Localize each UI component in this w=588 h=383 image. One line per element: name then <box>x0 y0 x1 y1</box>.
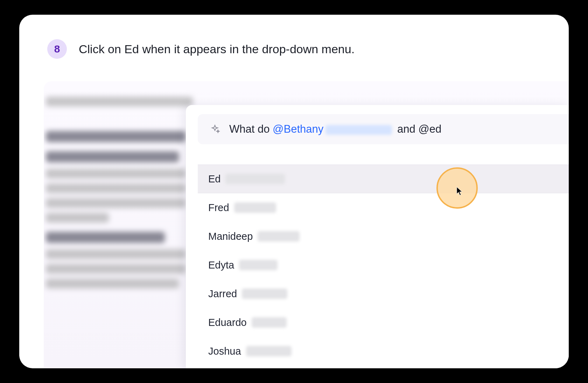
dropdown-item-name: Jarred <box>208 288 237 300</box>
dropdown-item-edyta[interactable]: Edyta <box>198 251 569 279</box>
dropdown-item-eduardo[interactable]: Eduardo <box>198 308 569 337</box>
dropdown-item-name: Ed <box>208 173 220 185</box>
dropdown-item-name: Edyta <box>208 259 234 271</box>
dropdown-item-surname-redacted <box>242 288 287 299</box>
dropdown-item-surname-redacted <box>234 202 276 213</box>
sparkle-icon <box>210 124 220 134</box>
step-header: 8 Click on Ed when it appears in the dro… <box>47 39 355 59</box>
dropdown-item-surname-redacted <box>258 231 300 242</box>
tutorial-step-card: 8 Click on Ed when it appears in the dro… <box>19 15 569 368</box>
dropdown-item-surname-redacted <box>246 346 292 356</box>
dropdown-item-manideep[interactable]: Manideep <box>198 222 569 251</box>
mention-dropdown: EdFredManideepEdytaJarredEduardoJoshua <box>198 165 569 365</box>
mention-bethany[interactable]: @Bethany <box>273 123 323 135</box>
dropdown-item-name: Manideep <box>208 231 253 242</box>
dropdown-item-name: Fred <box>208 202 229 214</box>
screenshot-area: What do @Bethany and @ed EdFredManideepE… <box>44 81 569 368</box>
query-input[interactable]: What do @Bethany and @ed <box>198 114 569 144</box>
query-prefix: What do <box>229 123 273 135</box>
dropdown-item-name: Eduardo <box>208 317 247 328</box>
dropdown-item-surname-redacted <box>239 260 278 270</box>
dropdown-item-jarred[interactable]: Jarred <box>198 279 569 308</box>
dropdown-item-surname-redacted <box>225 174 285 184</box>
mention-popup: What do @Bethany and @ed EdFredManideepE… <box>186 105 569 368</box>
step-number-badge: 8 <box>47 39 67 59</box>
dropdown-item-name: Joshua <box>208 346 241 357</box>
query-suffix: and @ed <box>394 123 441 135</box>
dropdown-item-fred[interactable]: Fred <box>198 193 569 222</box>
dropdown-item-joshua[interactable]: Joshua <box>198 337 569 365</box>
step-instruction: Click on Ed when it appears in the drop-… <box>79 42 355 56</box>
dropdown-item-ed[interactable]: Ed <box>198 165 569 193</box>
mention-surname-redacted <box>326 125 392 135</box>
dropdown-item-surname-redacted <box>252 317 287 328</box>
query-text: What do @Bethany and @ed <box>229 123 441 135</box>
